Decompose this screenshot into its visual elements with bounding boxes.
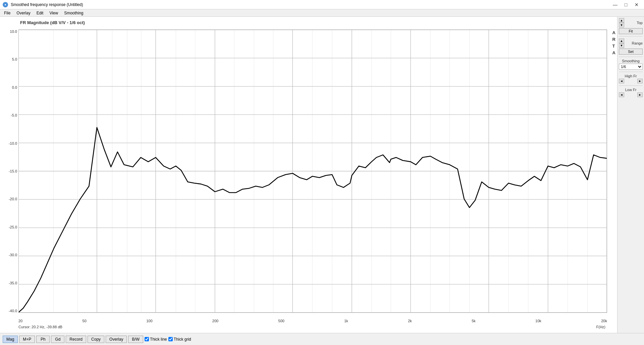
smoothing-select[interactable]: Off 1/48 1/24 1/12 1/6 1/3 1/2 1/1 — [619, 64, 643, 70]
x-label-1k: 1k — [344, 319, 348, 323]
x-label-20k: 20k — [601, 319, 607, 323]
y-label-n20: -20.0 — [9, 197, 17, 201]
smoothing-section: Smoothing Off 1/48 1/24 1/12 1/6 1/3 1/2… — [619, 59, 643, 70]
range-label: Range — [632, 41, 643, 45]
y-label-0: 0.0 — [12, 85, 17, 89]
thick-line-label[interactable]: Thick line — [145, 337, 167, 342]
low-fr-section: Low Fr ◄ ► — [619, 88, 643, 97]
mp-button[interactable]: M+P — [19, 336, 35, 343]
menu-overlay[interactable]: Overlay — [14, 10, 33, 16]
menu-bar: File Overlay Edit View Smoothing — [0, 9, 644, 17]
high-fr-label: High Fr — [619, 74, 643, 78]
divider-3 — [619, 72, 643, 72]
bottom-bar: Mag M+P Ph Gd Record Copy Overlay B/W Th… — [0, 333, 644, 345]
x-label-200: 200 — [212, 319, 218, 323]
high-fr-left-button[interactable]: ◄ — [619, 79, 624, 83]
x-label-50: 50 — [83, 319, 87, 323]
low-fr-left-button[interactable]: ◄ — [619, 92, 624, 97]
y-label-5: 5.0 — [12, 57, 17, 61]
low-fr-label: Low Fr — [619, 88, 643, 92]
arta-label: A R T A — [612, 29, 615, 56]
smoothing-label: Smoothing — [619, 59, 643, 63]
divider-1 — [619, 36, 643, 37]
y-label-n40: -40.0 — [9, 309, 17, 313]
chart-svg — [19, 30, 607, 313]
app-icon: ● — [3, 2, 8, 7]
low-fr-spinner: ◄ ► — [619, 92, 643, 97]
mag-button[interactable]: Mag — [3, 336, 18, 343]
maximize-button[interactable]: □ — [621, 1, 631, 8]
x-label-100: 100 — [146, 319, 152, 323]
y-label-10: 10.0 — [10, 29, 17, 33]
minimize-button[interactable]: — — [610, 1, 620, 8]
thick-line-checkbox[interactable] — [145, 337, 149, 341]
top-down-button[interactable]: ▼ — [619, 23, 624, 27]
x-label-20: 20 — [18, 319, 22, 323]
thick-grid-label[interactable]: Thick grid — [168, 337, 191, 342]
x-label-500: 500 — [278, 319, 284, 323]
set-button[interactable]: Set — [619, 49, 643, 55]
thick-line-text: Thick line — [150, 337, 167, 342]
chart-title: FR Magnitude (dB V/V - 1/6 oct) — [20, 20, 85, 25]
copy-button[interactable]: Copy — [88, 336, 104, 343]
menu-file[interactable]: File — [1, 10, 13, 16]
y-label-n35: -35.0 — [9, 281, 17, 285]
gd-button[interactable]: Gd — [51, 336, 64, 343]
top-up-button[interactable]: ▲ — [619, 18, 624, 23]
low-fr-right-button[interactable]: ► — [637, 92, 643, 97]
x-axis-labels: 20 50 100 200 500 1k 2k 5k 10k 20k — [18, 319, 607, 323]
x-label-2k: 2k — [408, 319, 412, 323]
window-title: Smoothed frequency response (Untitled) — [11, 2, 83, 7]
x-label-5k: 5k — [472, 319, 476, 323]
record-button[interactable]: Record — [66, 336, 86, 343]
chart-wrapper — [18, 29, 607, 313]
bw-button[interactable]: B/W — [128, 336, 143, 343]
ph-button[interactable]: Ph — [36, 336, 50, 343]
chart-area: FR Magnitude (dB V/V - 1/6 oct) 10.0 5.0… — [0, 17, 617, 333]
high-fr-spinner: ◄ ► — [619, 79, 643, 83]
y-axis-labels: 10.0 5.0 0.0 -5.0 -10.0 -15.0 -20.0 -25.… — [0, 29, 18, 313]
close-button[interactable]: ✕ — [632, 1, 641, 8]
thick-grid-checkbox[interactable] — [168, 337, 173, 341]
cursor-info: Cursor: 20.2 Hz, -39.88 dB — [18, 325, 62, 329]
y-label-n25: -25.0 — [9, 225, 17, 229]
y-label-n10: -10.0 — [9, 141, 17, 145]
range-up-button[interactable]: ▲ — [619, 39, 624, 43]
divider-4 — [619, 85, 643, 86]
menu-view[interactable]: View — [47, 10, 61, 16]
freq-label: F(Hz) — [596, 325, 606, 329]
y-label-n30: -30.0 — [9, 253, 17, 257]
main-content: FR Magnitude (dB V/V - 1/6 oct) 10.0 5.0… — [0, 17, 644, 333]
range-section: ▲ ▼ Range Set — [619, 39, 643, 55]
fit-button[interactable]: Fit — [619, 28, 643, 34]
title-bar: ● Smoothed frequency response (Untitled)… — [0, 0, 644, 9]
menu-smoothing[interactable]: Smoothing — [61, 10, 86, 16]
y-label-n5: -5.0 — [11, 113, 17, 117]
menu-edit[interactable]: Edit — [34, 10, 46, 16]
top-section: ▲ ▼ Top Fit — [619, 18, 643, 34]
window-controls: — □ ✕ — [610, 1, 641, 8]
top-label: Top — [637, 21, 643, 25]
high-fr-section: High Fr ◄ ► — [619, 74, 643, 83]
x-label-10k: 10k — [535, 319, 541, 323]
overlay-button[interactable]: Overlay — [106, 336, 127, 343]
top-spinner: ▲ ▼ Top — [619, 18, 643, 27]
range-spinner: ▲ ▼ Range — [619, 39, 643, 48]
y-label-n15: -15.0 — [9, 169, 17, 173]
range-down-button[interactable]: ▼ — [619, 43, 624, 48]
right-panel: ▲ ▼ Top Fit ▲ ▼ Range Set Smoothing — [617, 17, 644, 333]
thick-grid-text: Thick grid — [174, 337, 191, 342]
high-fr-right-button[interactable]: ► — [637, 79, 643, 83]
divider-2 — [619, 57, 643, 57]
